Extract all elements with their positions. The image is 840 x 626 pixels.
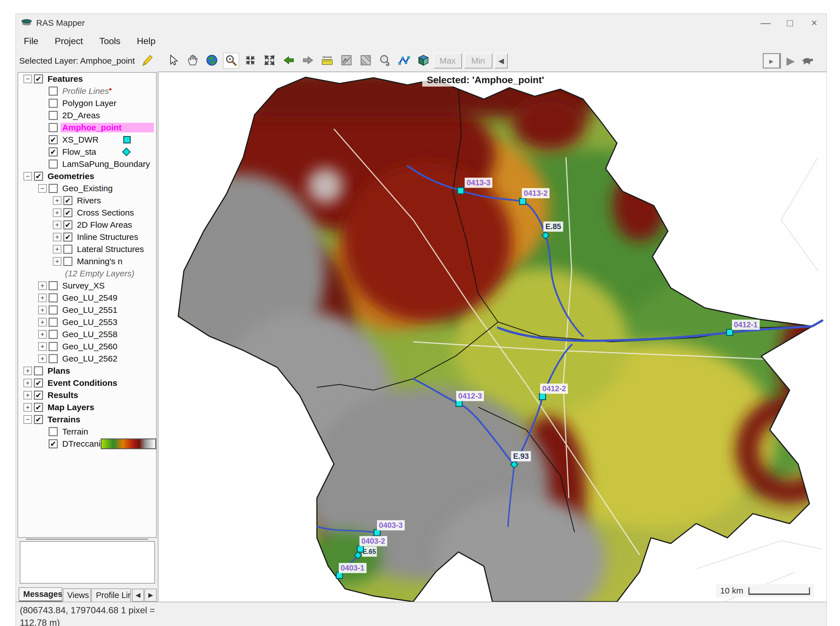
collapse-icon[interactable]: − <box>23 172 32 180</box>
tree-label[interactable]: Profile Lines● <box>61 86 114 96</box>
tree-label[interactable]: Rivers <box>75 196 103 205</box>
tree-label[interactable]: Features <box>46 74 84 84</box>
turtle-icon[interactable] <box>800 55 815 66</box>
tree-label[interactable]: Geo_LU_2549 <box>61 293 119 303</box>
checkbox-unchecked[interactable] <box>63 245 72 254</box>
tree-label[interactable]: Event Conditions <box>46 378 119 388</box>
pan-tool-button[interactable] <box>185 53 200 69</box>
menu-item-help[interactable]: Help <box>137 36 156 46</box>
expand-icon[interactable]: + <box>53 196 61 205</box>
select-polygon-button[interactable] <box>377 53 393 69</box>
animation-play-button[interactable]: ▶ <box>787 55 795 67</box>
tree-node-xs-dwr[interactable]: ✔XS_DWR <box>18 133 156 146</box>
tree-label[interactable]: Cross Sections <box>75 208 136 218</box>
tree-node-survey-xs[interactable]: +Survey_XS <box>18 280 156 292</box>
tree-label[interactable]: Geo_Existing <box>61 183 114 193</box>
checkbox-unchecked[interactable] <box>34 366 43 376</box>
tree-node-plans[interactable]: +Plans <box>18 365 156 377</box>
profile-lines-tool-button[interactable] <box>396 53 412 69</box>
tree-node-geo-lu-2549[interactable]: +Geo_LU_2549 <box>18 292 156 304</box>
tab-profile-lir[interactable]: Profile Lir <box>91 588 131 602</box>
checkbox-checked[interactable]: ✔ <box>34 379 43 388</box>
checkbox-checked[interactable]: ✔ <box>48 439 58 448</box>
checkbox-unchecked[interactable] <box>48 330 58 339</box>
tree-node-2d-areas[interactable]: 2D_Areas <box>18 109 156 121</box>
tree-label[interactable]: 2D Flow Areas <box>75 220 134 230</box>
tree-label[interactable]: (12 Empty Layers) <box>63 269 136 279</box>
tree-label[interactable]: Geo_LU_2558 <box>61 330 119 339</box>
tree-label[interactable]: Geo_LU_2562 <box>61 354 119 363</box>
tree-label[interactable]: Inline Structures <box>75 232 140 242</box>
collapse-icon[interactable]: − <box>38 184 47 192</box>
checkbox-unchecked[interactable] <box>48 184 58 193</box>
expand-icon[interactable]: + <box>23 379 32 387</box>
checkbox-unchecked[interactable] <box>48 305 58 315</box>
checkbox-unchecked[interactable] <box>48 318 58 327</box>
tree-node-profile-lines[interactable]: Profile Lines● <box>18 85 156 97</box>
zoom-extents-button[interactable] <box>204 53 220 69</box>
tree-node-rivers[interactable]: +✔Rivers <box>18 194 156 207</box>
zoom-tool-button[interactable] <box>223 53 239 69</box>
station-marker-0412-1[interactable] <box>726 329 733 336</box>
checkbox-checked[interactable]: ✔ <box>63 196 72 205</box>
tree-label[interactable]: Amphoe_point <box>61 123 154 132</box>
pager-left-button[interactable]: ◀ <box>495 53 508 69</box>
tree-label[interactable]: Geo_LU_2560 <box>61 342 119 351</box>
tree-node-geometries[interactable]: −✔Geometries <box>18 170 156 182</box>
layer-tree[interactable]: −✔FeaturesProfile Lines●Polygon Layer2D_… <box>17 72 157 538</box>
panel-splitter[interactable] <box>17 538 157 541</box>
checkbox-checked[interactable]: ✔ <box>34 391 43 400</box>
expand-icon[interactable]: + <box>53 221 61 229</box>
tree-node-features[interactable]: −✔Features <box>18 73 156 85</box>
tree-node-geo-lu-2553[interactable]: +Geo_LU_2553 <box>18 316 156 328</box>
checkbox-checked[interactable]: ✔ <box>63 233 72 242</box>
maximize-button[interactable]: □ <box>778 14 802 31</box>
menu-item-tools[interactable]: Tools <box>99 36 120 46</box>
close-button[interactable]: × <box>802 14 826 31</box>
zoom-in-window-button[interactable] <box>242 53 258 69</box>
tree-node--12-empty-layers-[interactable]: (12 Empty Layers) <box>18 267 156 280</box>
expand-icon[interactable]: + <box>38 318 47 326</box>
expand-icon[interactable]: + <box>38 282 47 290</box>
animation-step-button[interactable]: ▸ <box>763 53 781 69</box>
tab-scroll-right-icon[interactable]: ▶ <box>144 588 157 602</box>
checkbox-unchecked[interactable] <box>48 342 58 351</box>
expand-icon[interactable]: + <box>53 233 61 241</box>
tree-node-manning-s-n[interactable]: +Manning's n <box>18 255 156 267</box>
tree-node-map-layers[interactable]: +✔Map Layers <box>18 401 156 413</box>
3d-viewer-button[interactable] <box>416 53 431 69</box>
zoom-out-window-button[interactable] <box>261 53 277 69</box>
tree-label[interactable]: Geo_LU_2551 <box>61 305 119 315</box>
checkbox-unchecked[interactable] <box>48 281 58 290</box>
tab-messages[interactable]: Messages <box>19 587 62 602</box>
tree-label[interactable]: Map Layers <box>46 402 96 412</box>
tree-label[interactable]: Survey_XS <box>61 281 106 291</box>
checkbox-checked[interactable]: ✔ <box>34 74 43 83</box>
tree-label[interactable]: Flow_sta <box>61 147 98 157</box>
plot-profile-button[interactable] <box>339 53 354 69</box>
tree-label[interactable]: Terrain <box>61 427 90 437</box>
tab-views[interactable]: Views <box>63 588 91 602</box>
expand-icon[interactable]: + <box>38 330 47 339</box>
checkbox-checked[interactable]: ✔ <box>63 208 72 217</box>
tree-label[interactable]: Plans <box>46 366 72 376</box>
expand-icon[interactable]: + <box>23 366 32 375</box>
tree-node-dtreccanito-uri[interactable]: ✔DTreccanito_Uri <box>18 438 156 450</box>
tree-label[interactable]: Terrains <box>46 415 82 424</box>
tree-label[interactable]: 2D_Areas <box>61 111 102 120</box>
checkbox-unchecked[interactable] <box>48 86 58 95</box>
tree-node-event-conditions[interactable]: +✔Event Conditions <box>18 377 156 389</box>
checkbox-checked[interactable]: ✔ <box>48 147 58 156</box>
checkbox-checked[interactable]: ✔ <box>34 172 43 181</box>
tree-label[interactable]: Geometries <box>46 171 96 181</box>
tree-label[interactable]: Manning's n <box>75 257 124 266</box>
tree-node-lateral-structures[interactable]: +Lateral Structures <box>18 243 156 255</box>
plot-table-button[interactable] <box>358 53 374 69</box>
checkbox-unchecked[interactable] <box>63 257 72 266</box>
tree-node-lamsapung-boundary[interactable]: LamSaPung_Boundary <box>18 158 156 170</box>
checkbox-unchecked[interactable] <box>48 160 58 169</box>
menu-item-project[interactable]: Project <box>55 36 83 46</box>
edit-layer-button[interactable] <box>139 53 155 69</box>
tree-node-geo-lu-2558[interactable]: +Geo_LU_2558 <box>18 328 156 340</box>
tree-node-results[interactable]: +✔Results <box>18 389 156 401</box>
